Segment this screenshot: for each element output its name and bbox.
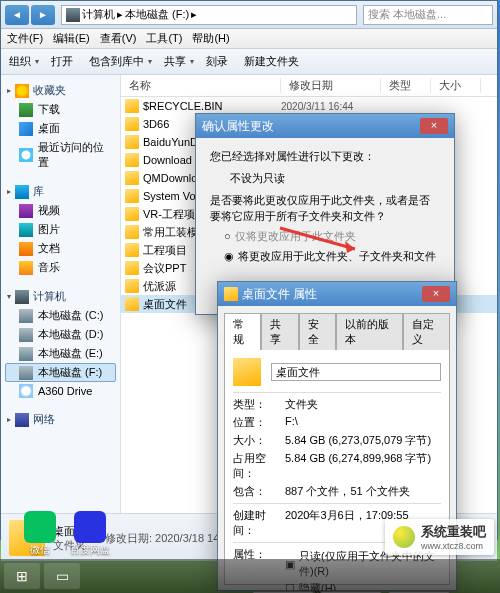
prop-type: 文件夹	[285, 397, 441, 412]
picture-icon	[19, 223, 33, 237]
tab-security[interactable]: 安全	[299, 313, 336, 350]
explorer-titlebar: ◄ ► 计算机 ▸ 本地磁盘 (F:) ▸ 搜索 本地磁盘...	[1, 1, 497, 29]
folder-icon	[125, 117, 139, 131]
menu-tools[interactable]: 工具(T)	[146, 31, 182, 46]
prop-disk: 5.84 GB (6,274,899,968 字节)	[285, 451, 441, 481]
folder-icon	[233, 358, 261, 386]
cmd-share[interactable]: 共享	[164, 54, 194, 69]
col-date[interactable]: 修改日期	[281, 78, 381, 93]
details-meta: 修改日期: 2020/3/18 14:45	[105, 531, 235, 545]
folder-icon	[125, 99, 139, 113]
folder-icon	[125, 297, 139, 311]
menu-help[interactable]: 帮助(H)	[192, 31, 229, 46]
sb-drive-e[interactable]: 本地磁盘 (E:)	[5, 344, 116, 363]
computer-icon	[66, 8, 80, 22]
document-icon	[19, 242, 33, 256]
command-bar: 组织 打开 包含到库中 共享 刻录 新建文件夹	[1, 49, 497, 75]
sb-pictures[interactable]: 图片	[5, 220, 116, 239]
sb-network[interactable]: ▸网络	[5, 410, 116, 429]
prop-size: 5.84 GB (6,273,075,079 字节)	[285, 433, 441, 448]
confirm-line1: 您已经选择对属性进行以下更改：	[210, 148, 440, 164]
cloud-icon	[19, 384, 33, 398]
sb-computer[interactable]: ▾计算机	[5, 287, 116, 306]
addr-seg-drive[interactable]: 本地磁盘 (F:)	[125, 7, 189, 22]
close-button[interactable]: ×	[420, 118, 448, 134]
sb-drive-c[interactable]: 本地磁盘 (C:)	[5, 306, 116, 325]
cmd-organize[interactable]: 组织	[9, 54, 39, 69]
tab-previous[interactable]: 以前的版本	[336, 313, 403, 350]
confirm-titlebar[interactable]: 确认属性更改 ×	[196, 114, 454, 138]
column-headers: 名称 修改日期 类型 大小	[121, 75, 497, 97]
prop-contains: 887 个文件，51 个文件夹	[285, 484, 441, 499]
addr-seg-computer[interactable]: 计算机	[82, 7, 115, 22]
sb-a360[interactable]: A360 Drive	[5, 382, 116, 400]
folder-icon	[125, 243, 139, 257]
radio-all-subfolders[interactable]: ◉将更改应用于此文件夹、子文件夹和文件	[224, 248, 440, 264]
drive-icon	[19, 309, 33, 323]
clock-icon	[19, 148, 33, 162]
col-type[interactable]: 类型	[381, 78, 431, 93]
cmd-include[interactable]: 包含到库中	[89, 54, 152, 69]
close-button[interactable]: ×	[422, 286, 450, 302]
taskbar: ⊞ ▭	[0, 559, 500, 593]
search-input[interactable]: 搜索 本地磁盘...	[363, 5, 493, 25]
sb-libraries[interactable]: ▸库	[5, 182, 116, 201]
sb-recent[interactable]: 最近访问的位置	[5, 138, 116, 172]
star-icon	[15, 84, 29, 98]
sb-music[interactable]: 音乐	[5, 258, 116, 277]
col-size[interactable]: 大小	[431, 78, 481, 93]
radio-icon: ○	[224, 228, 231, 244]
folder-icon	[125, 225, 139, 239]
taskbar-explorer[interactable]: ▭	[44, 563, 80, 589]
folder-name-input[interactable]	[271, 363, 441, 381]
tab-customize[interactable]: 自定义	[403, 313, 450, 350]
cmd-open[interactable]: 打开	[51, 54, 77, 69]
drive-icon	[19, 347, 33, 361]
computer-icon	[15, 290, 29, 304]
tab-sharing[interactable]: 共享	[261, 313, 298, 350]
sb-downloads[interactable]: 下载	[5, 100, 116, 119]
desktop-icon	[19, 122, 33, 136]
folder-icon	[125, 153, 139, 167]
address-bar[interactable]: 计算机 ▸ 本地磁盘 (F:) ▸	[61, 5, 357, 25]
drive-icon	[19, 366, 33, 380]
sb-documents[interactable]: 文档	[5, 239, 116, 258]
desktop-shortcut-wechat[interactable]: 微信	[20, 511, 60, 557]
cmd-newfolder[interactable]: 新建文件夹	[244, 54, 303, 69]
folder-icon	[125, 189, 139, 203]
nav-pane: ▸收藏夹 下载 桌面 最近访问的位置 ▸库 视频 图片 文档 音乐 ▾计算机 本…	[1, 75, 121, 513]
folder-icon	[224, 287, 238, 301]
menu-file[interactable]: 文件(F)	[7, 31, 43, 46]
prop-location: F:\	[285, 415, 441, 430]
sb-desktop[interactable]: 桌面	[5, 119, 116, 138]
cmd-burn[interactable]: 刻录	[206, 54, 232, 69]
start-button[interactable]: ⊞	[4, 563, 40, 589]
watermark-icon	[393, 526, 415, 548]
folder-icon	[125, 135, 139, 149]
video-icon	[19, 204, 33, 218]
menu-edit[interactable]: 编辑(E)	[53, 31, 90, 46]
network-icon	[15, 413, 29, 427]
sb-drive-f[interactable]: 本地磁盘 (F:)	[5, 363, 116, 382]
radio-icon: ◉	[224, 248, 234, 264]
confirm-change: 不设为只读	[210, 170, 440, 186]
drive-icon	[19, 328, 33, 342]
desktop-shortcut-baidu[interactable]: 百度网盘	[70, 511, 110, 557]
folder-icon	[125, 279, 139, 293]
radio-this-folder-only[interactable]: ○仅将更改应用于此文件夹	[224, 228, 440, 244]
props-titlebar[interactable]: 桌面文件 属性 ×	[218, 282, 456, 306]
menu-view[interactable]: 查看(V)	[100, 31, 137, 46]
nav-back-button[interactable]: ◄	[5, 5, 29, 25]
col-name[interactable]: 名称	[121, 78, 281, 93]
sb-drive-d[interactable]: 本地磁盘 (D:)	[5, 325, 116, 344]
nav-forward-button[interactable]: ►	[31, 5, 55, 25]
music-icon	[19, 261, 33, 275]
folder-icon	[125, 207, 139, 221]
folder-icon	[125, 261, 139, 275]
tab-general[interactable]: 常规	[224, 313, 261, 350]
menu-bar: 文件(F) 编辑(E) 查看(V) 工具(T) 帮助(H)	[1, 29, 497, 49]
sb-videos[interactable]: 视频	[5, 201, 116, 220]
props-tabs: 常规 共享 安全 以前的版本 自定义	[218, 306, 456, 349]
sb-favorites[interactable]: ▸收藏夹	[5, 81, 116, 100]
confirm-question: 是否要将此更改仅应用于此文件夹，或者是否要将它应用于所有子文件夹和文件？	[210, 192, 440, 224]
